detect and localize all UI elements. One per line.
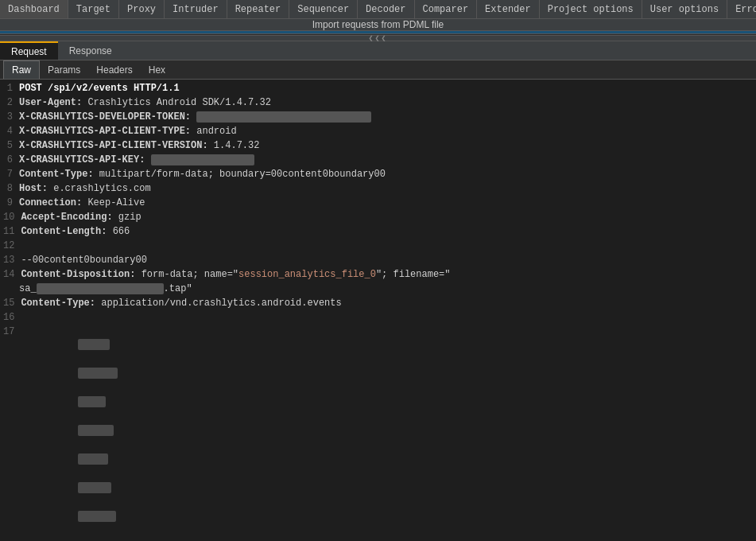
nav-bar: Dashboard Target Proxy Intruder Repeater…: [0, 0, 756, 19]
resize-handle[interactable]: ❮❮❮: [0, 35, 756, 41]
tab-dashboard[interactable]: Dashboard: [0, 0, 68, 18]
code-line-7: 7 Content-Type: multipart/form-data; bou…: [0, 167, 756, 181]
code-line-17: 17: [0, 325, 756, 539]
tab-headers[interactable]: Headers: [88, 60, 140, 79]
import-bar-text: Import requests from PDML file: [312, 19, 444, 30]
tab-params[interactable]: Params: [40, 60, 88, 79]
sub-tabs: Request Response: [0, 41, 756, 60]
tab-proxy[interactable]: Proxy: [119, 0, 165, 18]
tab-raw[interactable]: Raw: [3, 60, 40, 79]
tab-decoder[interactable]: Decoder: [358, 0, 414, 18]
tab-project-options[interactable]: Project options: [540, 0, 642, 18]
code-line-10: 10 Accept-Encoding: gzip: [0, 210, 756, 224]
tab-user-options[interactable]: User options: [642, 0, 727, 18]
code-line-3: 3 X-CRASHLYTICS-DEVELOPER-TOKEN:: [0, 110, 756, 124]
code-line-9: 9 Connection: Keep-Alive: [0, 196, 756, 210]
tab-repeater[interactable]: Repeater: [227, 0, 290, 18]
tab-hex[interactable]: Hex: [141, 60, 173, 79]
code-line-8: 8 Host: e.crashlytics.com: [0, 181, 756, 196]
tab-comparer[interactable]: Comparer: [415, 0, 478, 18]
tab-request[interactable]: Request: [0, 41, 58, 60]
code-line-1: 1 POST /spi/v2/events HTTP/1.1: [0, 81, 756, 95]
code-line-12: 12: [0, 239, 756, 253]
tab-errors[interactable]: Errors: [727, 0, 756, 18]
code-line-13: 13 --00content0boundary00: [0, 253, 756, 267]
import-bar: Import requests from PDML file: [0, 19, 756, 31]
code-line-16: 16: [0, 310, 756, 325]
code-view[interactable]: 1 POST /spi/v2/events HTTP/1.1 2 User-Ag…: [0, 80, 756, 541]
code-line-14: 14 Content-Disposition: form-data; name=…: [0, 267, 756, 282]
tab-target[interactable]: Target: [68, 0, 119, 18]
code-line-11: 11 Content-Length: 666: [0, 224, 756, 239]
tab-response[interactable]: Response: [58, 41, 123, 60]
code-line-14b: sa_ .tap": [0, 282, 756, 296]
code-line-2: 2 User-Agent: Crashlytics Android SDK/1.…: [0, 95, 756, 110]
code-line-4: 4 X-CRASHLYTICS-API-CLIENT-TYPE: android: [0, 124, 756, 138]
code-line-5: 5 X-CRASHLYTICS-API-CLIENT-VERSION: 1.4.…: [0, 138, 756, 153]
code-line-6: 6 X-CRASHLYTICS-API-KEY:: [0, 153, 756, 167]
code-line-15: 15 Content-Type: application/vnd.crashly…: [0, 296, 756, 310]
app: Dashboard Target Proxy Intruder Repeater…: [0, 0, 756, 541]
format-tabs: Raw Params Headers Hex: [0, 60, 756, 80]
tab-sequencer[interactable]: Sequencer: [289, 0, 358, 18]
tab-extender[interactable]: Extender: [477, 0, 540, 18]
tab-intruder[interactable]: Intruder: [165, 0, 227, 18]
bottom-panel: Request Response Raw Params Headers Hex …: [0, 41, 756, 541]
